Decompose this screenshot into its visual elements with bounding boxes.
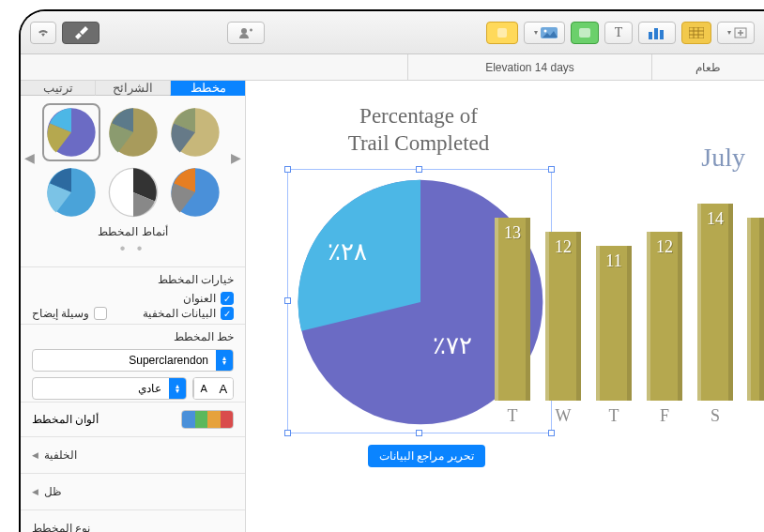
- format-brush-button[interactable]: [62, 22, 99, 44]
- pie-slice-label-72: ٪٧٢: [433, 331, 472, 360]
- collaborate-button[interactable]: [227, 22, 265, 44]
- chart-title-line2: Trail Completed: [348, 131, 490, 155]
- chart-font-title: خط المخطط: [32, 330, 234, 343]
- person-plus-icon: [238, 27, 253, 38]
- font-family-select[interactable]: ▴▾ Superclarendon: [32, 349, 234, 372]
- background-section[interactable]: الخلفية◀: [21, 436, 245, 473]
- svg-rect-5: [649, 32, 652, 39]
- document-tabs: Elevation 14 days طعام: [21, 54, 764, 81]
- style-thumb-1[interactable]: [46, 107, 97, 158]
- style-thumb-3[interactable]: [170, 107, 221, 158]
- tab-arrange[interactable]: ترتيب: [21, 81, 95, 96]
- checkbox-legend-label: وسيلة إيضاح: [32, 307, 89, 320]
- svg-rect-7: [660, 30, 664, 39]
- svg-rect-1: [497, 28, 507, 38]
- shadow-label: ظل: [44, 485, 62, 498]
- size-big-icon: A: [214, 378, 234, 399]
- chart-colors-label: ألوان المخطط: [32, 413, 99, 426]
- disclosure-icon: ◀: [32, 450, 38, 460]
- bar-chart[interactable]: 13T 12W 11T 12F 14S: [494, 182, 764, 426]
- table-button[interactable]: [681, 22, 711, 44]
- text-button[interactable]: T: [604, 22, 633, 44]
- svg-point-0: [241, 28, 247, 34]
- svg-point-3: [543, 29, 546, 32]
- edit-data-button[interactable]: تحرير مراجع البيانات: [368, 445, 485, 467]
- chart-font-section: خط المخطط ▴▾ Superclarendon A A ▴▾ عادي: [21, 324, 245, 402]
- checkbox-title-label: العنوان: [183, 292, 216, 305]
- resize-handle[interactable]: [284, 166, 291, 173]
- insert-icon: [734, 27, 747, 38]
- tips-button[interactable]: [486, 22, 518, 44]
- chart-type-label: نوع المخطط: [32, 522, 90, 532]
- bar-value: 11: [596, 251, 632, 271]
- chart-title[interactable]: Percentage of Trail Completed: [297, 103, 541, 158]
- toolbar: ▾ T ▾: [21, 11, 764, 54]
- bar-value: 14: [697, 209, 733, 229]
- bar-chart-title: July: [701, 143, 745, 173]
- svg-rect-6: [654, 28, 658, 39]
- chevron-down-icon: ▾: [727, 28, 731, 37]
- bar-value: 12: [647, 237, 682, 257]
- checkbox-legend[interactable]: [94, 307, 107, 320]
- resize-handle[interactable]: [284, 430, 291, 436]
- brush-icon: [73, 26, 88, 39]
- bar-category: W: [556, 406, 572, 426]
- stepper-icon: ▴▾: [216, 350, 233, 371]
- lightbulb-icon: [496, 26, 509, 39]
- styles-label: أنماط المخطط: [41, 225, 224, 238]
- resize-handle[interactable]: [416, 430, 422, 436]
- font-weight-value: عادي: [33, 378, 169, 399]
- chart-styles: ◀ ▶: [21, 96, 245, 266]
- bar-category: S: [711, 406, 720, 426]
- pie-slice-label-28: ٪٢٨: [328, 237, 367, 266]
- background-label: الخلفية: [44, 448, 77, 462]
- chart-title-line1: Percentage of: [359, 104, 478, 128]
- styles-next[interactable]: ▶: [231, 150, 241, 165]
- bar-category: F: [660, 406, 669, 426]
- bar-value: 12: [545, 237, 581, 257]
- chart-options-section: خيارات المخطط ✓ العنوان ✓ البيانات المخف…: [21, 266, 245, 324]
- inspector-tabs: ترتيب الشرائح مخطط: [21, 81, 245, 96]
- svg-rect-8: [689, 27, 704, 38]
- style-thumb-2[interactable]: [108, 107, 159, 158]
- stepper-icon: ▴▾: [169, 378, 186, 399]
- checkbox-hidden-data[interactable]: ✓: [221, 307, 234, 320]
- resize-handle[interactable]: [548, 430, 555, 436]
- font-weight-select[interactable]: ▴▾ عادي: [32, 377, 187, 400]
- canvas[interactable]: Percentage of Trail Completed ٪٢٨ ٪٧٢: [246, 81, 764, 532]
- checkbox-hidden-label: البيانات المخفية: [143, 307, 216, 320]
- resize-handle[interactable]: [416, 166, 422, 173]
- resize-handle[interactable]: [548, 166, 555, 173]
- resize-handle[interactable]: [284, 297, 291, 304]
- color-swatches[interactable]: [181, 410, 234, 429]
- style-thumb-6[interactable]: [170, 167, 221, 218]
- text-icon: T: [615, 25, 623, 40]
- tab-chart[interactable]: مخطط: [170, 81, 245, 96]
- chart-button[interactable]: [638, 22, 676, 44]
- chart-type-section[interactable]: نوع المخطط: [21, 509, 245, 532]
- bar-category: T: [508, 406, 518, 426]
- table-icon: [689, 27, 704, 38]
- shape-button[interactable]: [571, 22, 599, 44]
- shadow-section[interactable]: ظل◀: [21, 473, 245, 509]
- styles-prev[interactable]: ◀: [24, 150, 35, 165]
- disclosure-icon: ◀: [32, 487, 38, 496]
- style-thumb-4[interactable]: [46, 167, 97, 218]
- tab-food[interactable]: طعام: [651, 54, 764, 80]
- checkbox-title[interactable]: ✓: [221, 292, 234, 305]
- bar-category: [754, 406, 758, 426]
- wifi-button[interactable]: [30, 22, 56, 44]
- chart-colors-section: ألوان المخطط: [21, 402, 245, 436]
- tab-slides[interactable]: الشرائح: [95, 81, 170, 96]
- insert-button[interactable]: ▾: [717, 22, 755, 44]
- styles-pager[interactable]: • •: [41, 240, 224, 257]
- bar-value: 13: [495, 223, 530, 243]
- wifi-icon: [37, 28, 50, 38]
- image-icon: [541, 27, 558, 38]
- font-size-stepper[interactable]: A A: [192, 377, 234, 400]
- tab-elevation[interactable]: Elevation 14 days: [407, 54, 651, 80]
- svg-rect-4: [579, 28, 590, 38]
- bar-category: T: [609, 406, 619, 426]
- media-button[interactable]: ▾: [524, 22, 565, 44]
- style-thumb-5[interactable]: [108, 167, 159, 218]
